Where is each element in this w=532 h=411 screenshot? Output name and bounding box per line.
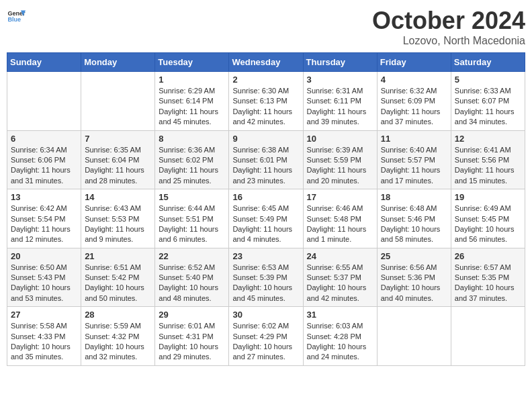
table-row: 11Sunrise: 6:40 AMSunset: 5:57 PMDayligh…	[377, 130, 451, 189]
day-number: 22	[159, 251, 225, 261]
day-info: Sunrise: 6:44 AMSunset: 5:51 PMDaylight:…	[159, 203, 225, 245]
location-title: Lozovo, North Macedonia	[372, 35, 525, 47]
table-row: 18Sunrise: 6:48 AMSunset: 5:46 PMDayligh…	[377, 189, 451, 248]
table-row: 24Sunrise: 6:55 AMSunset: 5:37 PMDayligh…	[303, 248, 377, 307]
table-row	[81, 72, 155, 131]
table-row: 30Sunrise: 6:02 AMSunset: 4:29 PMDayligh…	[229, 307, 303, 366]
day-number: 31	[307, 310, 373, 320]
day-number: 18	[381, 192, 447, 202]
table-row: 3Sunrise: 6:31 AMSunset: 6:11 PMDaylight…	[303, 72, 377, 131]
table-row: 9Sunrise: 6:38 AMSunset: 6:01 PMDaylight…	[229, 130, 303, 189]
header-wednesday: Wednesday	[229, 53, 303, 72]
day-number: 1	[159, 75, 225, 85]
table-row: 8Sunrise: 6:36 AMSunset: 6:02 PMDaylight…	[155, 130, 229, 189]
svg-text:Blue: Blue	[7, 16, 21, 23]
day-info: Sunrise: 6:56 AMSunset: 5:36 PMDaylight:…	[381, 263, 447, 304]
day-info: Sunrise: 6:38 AMSunset: 6:01 PMDaylight:…	[232, 145, 299, 187]
day-info: Sunrise: 6:33 AMSunset: 6:07 PMDaylight:…	[455, 86, 521, 128]
day-info: Sunrise: 6:43 AMSunset: 5:53 PMDaylight:…	[85, 203, 151, 245]
header-monday: Monday	[81, 53, 155, 72]
day-number: 10	[307, 134, 373, 144]
calendar-week-row: 27Sunrise: 5:58 AMSunset: 4:33 PMDayligh…	[7, 307, 525, 366]
title-section: October 2024 Lozovo, North Macedonia	[372, 7, 525, 47]
day-number: 25	[381, 251, 447, 261]
day-number: 17	[307, 192, 373, 202]
day-info: Sunrise: 6:46 AMSunset: 5:48 PMDaylight:…	[307, 203, 373, 245]
day-info: Sunrise: 6:57 AMSunset: 5:35 PMDaylight:…	[455, 263, 521, 304]
table-row	[451, 307, 525, 366]
table-row: 10Sunrise: 6:39 AMSunset: 5:59 PMDayligh…	[303, 130, 377, 189]
day-info: Sunrise: 5:58 AMSunset: 4:33 PMDaylight:…	[11, 321, 77, 363]
table-row: 16Sunrise: 6:45 AMSunset: 5:49 PMDayligh…	[229, 189, 303, 248]
day-info: Sunrise: 6:45 AMSunset: 5:49 PMDaylight:…	[232, 203, 299, 245]
table-row	[377, 307, 451, 366]
table-row: 25Sunrise: 6:56 AMSunset: 5:36 PMDayligh…	[377, 248, 451, 307]
page-header: General Blue October 2024 Lozovo, North …	[7, 7, 525, 47]
table-row: 26Sunrise: 6:57 AMSunset: 5:35 PMDayligh…	[451, 248, 525, 307]
day-number: 13	[11, 192, 77, 202]
table-row: 5Sunrise: 6:33 AMSunset: 6:07 PMDaylight…	[451, 72, 525, 131]
day-info: Sunrise: 6:35 AMSunset: 6:04 PMDaylight:…	[85, 145, 151, 187]
table-row: 4Sunrise: 6:32 AMSunset: 6:09 PMDaylight…	[377, 72, 451, 131]
table-row: 15Sunrise: 6:44 AMSunset: 5:51 PMDayligh…	[155, 189, 229, 248]
day-number: 26	[455, 251, 521, 261]
month-title: October 2024	[372, 7, 525, 35]
day-info: Sunrise: 6:40 AMSunset: 5:57 PMDaylight:…	[381, 145, 447, 187]
day-number: 5	[455, 75, 521, 85]
day-number: 7	[85, 134, 151, 144]
table-row: 20Sunrise: 6:50 AMSunset: 5:43 PMDayligh…	[7, 248, 81, 307]
day-info: Sunrise: 6:36 AMSunset: 6:02 PMDaylight:…	[159, 145, 225, 187]
day-info: Sunrise: 6:32 AMSunset: 6:09 PMDaylight:…	[381, 86, 447, 128]
header-tuesday: Tuesday	[155, 53, 229, 72]
day-number: 23	[232, 251, 299, 261]
day-info: Sunrise: 5:59 AMSunset: 4:32 PMDaylight:…	[85, 321, 151, 363]
logo: General Blue	[7, 7, 26, 26]
table-row: 28Sunrise: 5:59 AMSunset: 4:32 PMDayligh…	[81, 307, 155, 366]
day-info: Sunrise: 6:49 AMSunset: 5:45 PMDaylight:…	[455, 203, 521, 245]
logo-icon: General Blue	[7, 7, 26, 26]
table-row: 13Sunrise: 6:42 AMSunset: 5:54 PMDayligh…	[7, 189, 81, 248]
day-info: Sunrise: 6:55 AMSunset: 5:37 PMDaylight:…	[307, 263, 373, 304]
day-info: Sunrise: 6:02 AMSunset: 4:29 PMDaylight:…	[232, 321, 299, 363]
day-number: 4	[381, 75, 447, 85]
header-saturday: Saturday	[451, 53, 525, 72]
table-row: 1Sunrise: 6:29 AMSunset: 6:14 PMDaylight…	[155, 72, 229, 131]
table-row: 14Sunrise: 6:43 AMSunset: 5:53 PMDayligh…	[81, 189, 155, 248]
table-row: 21Sunrise: 6:51 AMSunset: 5:42 PMDayligh…	[81, 248, 155, 307]
header-thursday: Thursday	[303, 53, 377, 72]
calendar-week-row: 20Sunrise: 6:50 AMSunset: 5:43 PMDayligh…	[7, 248, 525, 307]
day-info: Sunrise: 6:51 AMSunset: 5:42 PMDaylight:…	[85, 263, 151, 304]
day-info: Sunrise: 6:53 AMSunset: 5:39 PMDaylight:…	[232, 263, 299, 304]
day-info: Sunrise: 6:34 AMSunset: 6:06 PMDaylight:…	[11, 145, 77, 187]
table-row: 19Sunrise: 6:49 AMSunset: 5:45 PMDayligh…	[451, 189, 525, 248]
day-number: 19	[455, 192, 521, 202]
day-info: Sunrise: 6:29 AMSunset: 6:14 PMDaylight:…	[159, 86, 225, 128]
day-number: 21	[85, 251, 151, 261]
table-row: 31Sunrise: 6:03 AMSunset: 4:28 PMDayligh…	[303, 307, 377, 366]
day-info: Sunrise: 6:01 AMSunset: 4:31 PMDaylight:…	[159, 321, 225, 363]
day-number: 24	[307, 251, 373, 261]
table-row: 12Sunrise: 6:41 AMSunset: 5:56 PMDayligh…	[451, 130, 525, 189]
day-number: 6	[11, 134, 77, 144]
day-number: 3	[307, 75, 373, 85]
day-info: Sunrise: 6:50 AMSunset: 5:43 PMDaylight:…	[11, 263, 77, 304]
table-row: 27Sunrise: 5:58 AMSunset: 4:33 PMDayligh…	[7, 307, 81, 366]
day-number: 11	[381, 134, 447, 144]
day-number: 28	[85, 310, 151, 320]
table-row: 17Sunrise: 6:46 AMSunset: 5:48 PMDayligh…	[303, 189, 377, 248]
calendar-header-row: Sunday Monday Tuesday Wednesday Thursday…	[7, 53, 525, 72]
table-row: 2Sunrise: 6:30 AMSunset: 6:13 PMDaylight…	[229, 72, 303, 131]
table-row: 22Sunrise: 6:52 AMSunset: 5:40 PMDayligh…	[155, 248, 229, 307]
header-sunday: Sunday	[7, 53, 81, 72]
day-number: 15	[159, 192, 225, 202]
day-number: 16	[232, 192, 299, 202]
calendar-table: Sunday Monday Tuesday Wednesday Thursday…	[7, 52, 525, 366]
calendar-week-row: 1Sunrise: 6:29 AMSunset: 6:14 PMDaylight…	[7, 72, 525, 131]
day-number: 20	[11, 251, 77, 261]
day-number: 12	[455, 134, 521, 144]
day-info: Sunrise: 6:52 AMSunset: 5:40 PMDaylight:…	[159, 263, 225, 304]
day-info: Sunrise: 6:42 AMSunset: 5:54 PMDaylight:…	[11, 203, 77, 245]
day-info: Sunrise: 6:30 AMSunset: 6:13 PMDaylight:…	[232, 86, 299, 128]
calendar-week-row: 6Sunrise: 6:34 AMSunset: 6:06 PMDaylight…	[7, 130, 525, 189]
day-info: Sunrise: 6:41 AMSunset: 5:56 PMDaylight:…	[455, 145, 521, 187]
